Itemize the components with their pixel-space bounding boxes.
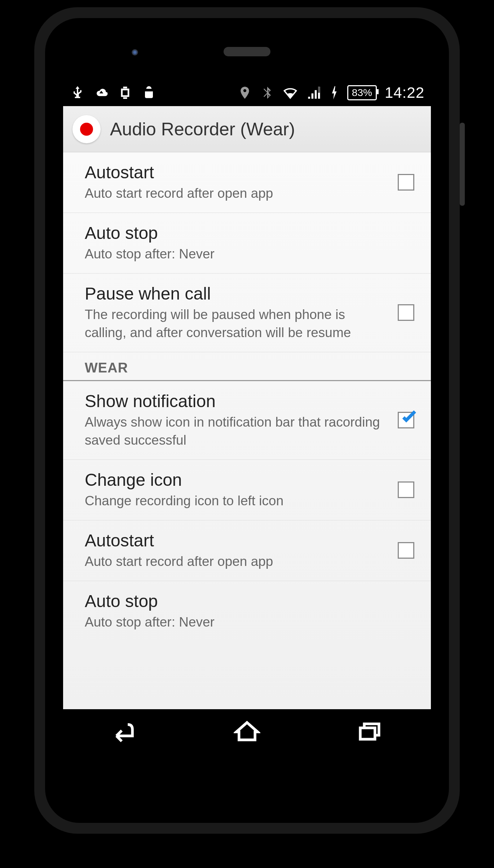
setting-title: Pause when call [85, 284, 387, 304]
setting-subtitle: Change recording icon to left icon [85, 492, 387, 510]
status-right: 83% 14:22 [238, 84, 424, 101]
setting-title: Show notification [85, 391, 387, 411]
setting-subtitle: Auto stop after: Never [85, 613, 408, 631]
checkbox-show-notification[interactable] [398, 412, 414, 428]
setting-text: Change icon Change recording icon to lef… [85, 470, 398, 510]
clock: 14:22 [385, 84, 424, 101]
phone-speaker [224, 47, 270, 56]
svg-rect-2 [360, 728, 375, 739]
setting-pause-when-call[interactable]: Pause when call The recording will be pa… [63, 274, 431, 352]
checkbox-autostart[interactable] [398, 174, 414, 191]
setting-autostart[interactable]: Autostart Auto start record after open a… [63, 152, 431, 213]
checkbox-wear-autostart[interactable] [398, 542, 414, 559]
phone-camera [132, 49, 138, 56]
svg-point-0 [147, 87, 149, 88]
section-header-wear: WEAR [63, 352, 431, 381]
setting-text: Show notification Always show icon in no… [85, 391, 398, 449]
setting-wear-autostop[interactable]: Auto stop Auto stop after: Never [63, 581, 431, 641]
app-icon [72, 115, 101, 143]
back-icon[interactable] [111, 720, 138, 742]
usb-icon [70, 85, 85, 101]
setting-title: Autostart [85, 162, 387, 182]
setting-text: Autostart Auto start record after open a… [85, 531, 398, 571]
setting-subtitle: The recording will be paused when phone … [85, 306, 387, 342]
checkbox-change-icon[interactable] [398, 481, 414, 498]
setting-change-icon[interactable]: Change icon Change recording icon to lef… [63, 460, 431, 520]
phone-inner: 83% 14:22 Audio Recorder (Wear) Autostar… [45, 18, 449, 823]
checkbox-pause-when-call[interactable] [398, 304, 414, 321]
status-bar: 83% 14:22 [63, 79, 431, 106]
phone-frame: 83% 14:22 Audio Recorder (Wear) Autostar… [34, 7, 460, 834]
bluetooth-icon [260, 86, 274, 100]
location-icon [238, 86, 252, 100]
section-label: WEAR [85, 360, 419, 376]
setting-subtitle: Auto start record after open app [85, 184, 387, 202]
setting-text: Pause when call The recording will be pa… [85, 284, 398, 342]
setting-title: Auto stop [85, 591, 408, 611]
power-button [460, 123, 465, 206]
settings-list[interactable]: Autostart Auto start record after open a… [63, 152, 431, 709]
wifi-icon [282, 85, 298, 101]
android-debug-icon [141, 85, 157, 101]
setting-text: Auto stop Auto stop after: Never [85, 223, 419, 263]
setting-subtitle: Auto stop after: Never [85, 245, 408, 263]
recent-apps-icon[interactable] [356, 720, 383, 742]
battery-indicator: 83% [347, 85, 377, 100]
signal-icon [306, 85, 322, 101]
setting-autostop[interactable]: Auto stop Auto stop after: Never [63, 213, 431, 274]
setting-title: Change icon [85, 470, 387, 490]
setting-title: Auto stop [85, 223, 408, 243]
screen: 83% 14:22 Audio Recorder (Wear) Autostar… [63, 79, 431, 709]
setting-subtitle: Auto start record after open app [85, 553, 387, 571]
home-icon[interactable] [234, 720, 260, 742]
setting-subtitle: Always show icon in notification bar tha… [85, 413, 387, 449]
battery-percent: 83% [352, 87, 372, 98]
cloud-upload-icon [93, 85, 109, 101]
setting-title: Autostart [85, 531, 387, 550]
watch-icon [117, 85, 133, 101]
setting-text: Autostart Auto start record after open a… [85, 162, 398, 202]
svg-point-1 [150, 87, 151, 88]
setting-show-notification[interactable]: Show notification Always show icon in no… [63, 381, 431, 460]
charging-icon [330, 85, 339, 101]
setting-wear-autostart[interactable]: Autostart Auto start record after open a… [63, 520, 431, 581]
record-dot-icon [80, 123, 93, 136]
setting-text: Auto stop Auto stop after: Never [85, 591, 419, 631]
app-title: Audio Recorder (Wear) [110, 119, 295, 140]
app-header: Audio Recorder (Wear) [63, 106, 431, 152]
navigation-bar [63, 709, 431, 753]
status-left [70, 85, 157, 101]
